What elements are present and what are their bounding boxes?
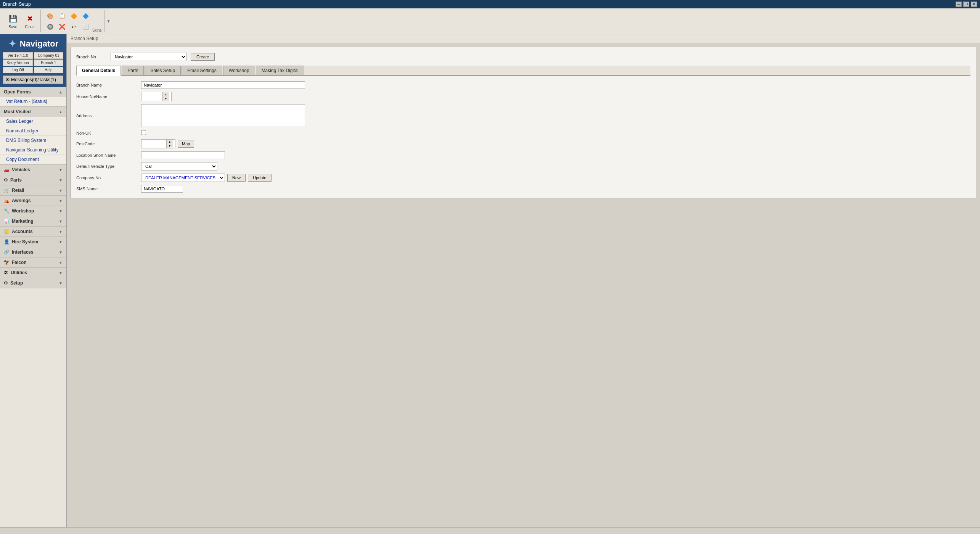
close-icon: ✖ [24, 13, 35, 24]
setup-section: ⚙ Setup ▼ [0, 278, 66, 288]
branch-no-row: Branch No Navigator Create [76, 53, 970, 61]
marketing-icon: 📊 [4, 219, 10, 224]
status-bar [0, 527, 980, 534]
user-badge: Kerry Verona [3, 60, 33, 66]
most-visited-header[interactable]: Most Visited ▲ [0, 107, 66, 117]
most-visited-items: Sales Ledger Nominal Ledger DMS Billing … [0, 117, 66, 164]
parts-icon: ⚙ [4, 177, 8, 183]
create-button[interactable]: Create [191, 53, 215, 61]
default-vehicle-type-label: Default Vehicle Type [76, 164, 137, 169]
skin2-button[interactable]: 📋 [56, 11, 67, 21]
interfaces-header[interactable]: 🔗 Interfaces ▼ [0, 247, 66, 257]
falcon-header[interactable]: 🦅 Falcon ▼ [0, 257, 66, 267]
maximize-button[interactable]: ❐ [963, 2, 969, 7]
workshop-section: 🔧 Workshop ▼ [0, 206, 66, 216]
update-button[interactable]: Update [248, 174, 271, 182]
tabs-bar: General Details Parts Sales Setup Email … [76, 66, 970, 76]
branch-no-label: Branch No [76, 55, 107, 59]
workshop-header[interactable]: 🔧 Workshop ▼ [0, 206, 66, 216]
branch-name-input[interactable] [141, 81, 305, 89]
default-vehicle-type-select[interactable]: Car Van Truck Motorcycle [141, 162, 217, 170]
utilities-header[interactable]: 🛠 Utilities ▼ [0, 268, 66, 278]
retail-icon: 🛒 [4, 188, 10, 193]
content-area: Branch Setup Branch No Navigator Create [67, 34, 980, 527]
most-visited-collapse-icon: ▲ [59, 110, 63, 114]
location-short-name-label: Location Short Name [76, 153, 137, 158]
awnings-header[interactable]: ⛺ Awnings ▼ [0, 196, 66, 206]
accounts-header[interactable]: 📒 Accounts ▼ [0, 227, 66, 236]
accounts-label: Accounts [12, 229, 33, 234]
open-forms-label: Open Forms [4, 89, 31, 95]
skin3-button[interactable]: 🔶 [68, 11, 79, 21]
marketing-label: Marketing [12, 219, 34, 224]
minimize-button[interactable]: — [956, 2, 962, 7]
setup-header[interactable]: ⚙ Setup ▼ [0, 278, 66, 288]
retail-header[interactable]: 🛒 Retail ▼ [0, 185, 66, 195]
house-no-input[interactable] [141, 92, 162, 101]
spin-down-button[interactable]: ▼ [163, 97, 169, 101]
vehicles-collapse-icon: ▼ [59, 168, 63, 172]
envelope-icon: ✉ [6, 77, 10, 82]
company-no-select[interactable]: DEALER MANAGEMENT SERVICES [141, 174, 225, 182]
retail-label: Retail [12, 188, 24, 193]
nav-item-vat-return[interactable]: Vat Return - [Status] [0, 97, 66, 106]
tab-workshop[interactable]: Workshop [223, 66, 255, 75]
nav-item-sales-ledger[interactable]: Sales Ledger [0, 117, 66, 126]
vehicles-header[interactable]: 🚗 Vehicles ▼ [0, 165, 66, 175]
address-input[interactable] [141, 104, 305, 127]
tab-general-details[interactable]: General Details [76, 66, 121, 76]
marketing-header[interactable]: 📊 Marketing ▼ [0, 216, 66, 226]
new-button[interactable]: New [227, 174, 246, 182]
branch-no-select[interactable]: Navigator [111, 53, 187, 61]
info-row-user-branch: Kerry Verona Branch 1 [3, 60, 63, 66]
skin5-button[interactable]: 🔘 [45, 22, 55, 32]
hire-system-collapse-icon: ▼ [59, 240, 63, 244]
address-label: Address [76, 113, 137, 118]
open-forms-header[interactable]: Open Forms ▲ [0, 87, 66, 97]
nav-item-dms-billing[interactable]: DMS Billing System [0, 136, 66, 145]
hire-system-icon: 👤 [4, 239, 10, 244]
logoff-button[interactable]: Log Off [3, 67, 33, 73]
open-forms-items: Vat Return - [Status] [0, 97, 66, 106]
help-button[interactable]: Help [34, 67, 64, 73]
nav-item-nav-scanning[interactable]: Navigator Scanning Utility [0, 145, 66, 155]
nav-item-copy-document[interactable]: Copy Document [0, 155, 66, 164]
skin6-button[interactable]: ❌ [56, 22, 67, 32]
location-short-name-input[interactable] [141, 151, 225, 159]
close-label: Close [25, 25, 35, 29]
parts-header[interactable]: ⚙ Parts ▼ [0, 175, 66, 185]
sms-name-label: SMS Name [76, 187, 137, 191]
spin-buttons: ▲ ▼ [162, 92, 169, 101]
postcode-spin-up[interactable]: ▲ [167, 140, 173, 144]
setup-collapse-icon: ▼ [59, 281, 63, 285]
falcon-section: 🦅 Falcon ▼ [0, 257, 66, 268]
tab-making-tax-digital[interactable]: Making Tax Digital [256, 66, 304, 75]
close-button[interactable]: ✖ Close [22, 13, 37, 30]
skin1-button[interactable]: 🎨 [45, 11, 55, 21]
tab-email-settings[interactable]: Email Settings [182, 66, 222, 75]
parts-section: ⚙ Parts ▼ [0, 175, 66, 185]
accounts-collapse-icon: ▼ [59, 230, 63, 234]
save-button[interactable]: 💾 Save [5, 13, 21, 30]
postcode-input[interactable] [141, 140, 166, 148]
tab-parts[interactable]: Parts [122, 66, 144, 75]
save-icon: 💾 [8, 13, 18, 24]
skin7-button[interactable]: ↩ [68, 22, 79, 32]
sms-name-input[interactable] [141, 185, 183, 193]
map-button[interactable]: Map [178, 140, 194, 148]
company-badge: Company 01 [34, 52, 64, 59]
utilities-section: 🛠 Utilities ▼ [0, 268, 66, 278]
nav-item-nominal-ledger[interactable]: Nominal Ledger [0, 126, 66, 136]
hire-system-header[interactable]: 👤 Hire System ▼ [0, 237, 66, 247]
window-close-button[interactable]: ✕ [971, 2, 977, 7]
postcode-spin-down[interactable]: ▼ [167, 144, 173, 148]
skins-label: Skins [92, 28, 101, 32]
toolbar-expand[interactable]: ▼ [106, 10, 111, 32]
falcon-label: Falcon [12, 260, 27, 265]
tab-sales-setup[interactable]: Sales Setup [145, 66, 181, 75]
skin8-button[interactable]: ⬜ [80, 22, 91, 32]
messages-button[interactable]: ✉ Messages(0)/Tasks(1) [3, 76, 63, 84]
spin-up-button[interactable]: ▲ [163, 92, 169, 97]
non-uk-checkbox[interactable] [141, 130, 146, 135]
skin4-button[interactable]: 🔷 [80, 11, 91, 21]
